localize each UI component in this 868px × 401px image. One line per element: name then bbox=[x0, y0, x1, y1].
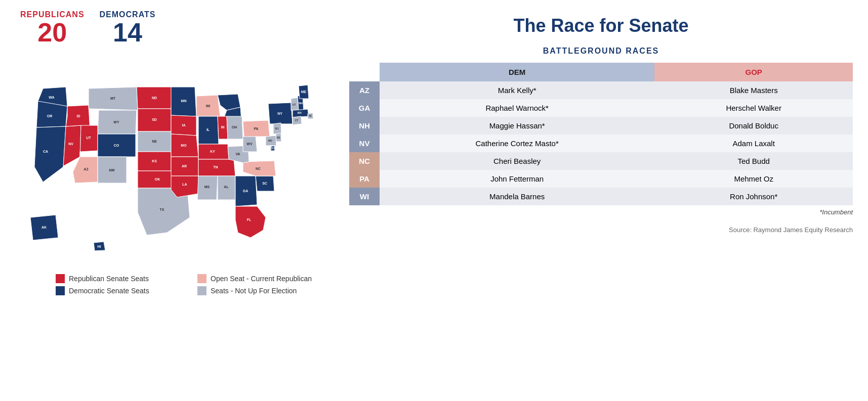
table-row: NV Catherine Cortez Masto* Adam Laxalt bbox=[349, 135, 853, 152]
battleground-title: BATTLEGROUND RACES bbox=[349, 47, 853, 56]
republican-legend-label: Republican Senate Seats bbox=[69, 275, 149, 283]
svg-marker-36 bbox=[171, 115, 196, 136]
democrat-legend-label: Democratic Senate Seats bbox=[69, 287, 149, 295]
gop-candidate: Herschel Walker bbox=[654, 99, 853, 117]
dem-candidate: Catherine Cortez Masto* bbox=[380, 135, 654, 152]
dem-col-header: DEM bbox=[380, 63, 654, 81]
svg-marker-97 bbox=[271, 146, 275, 151]
legend-open-republican: Open Seat - Current Republican bbox=[197, 274, 329, 283]
page-title: The Race for Senate bbox=[349, 15, 853, 36]
state-cell: NV bbox=[349, 135, 380, 152]
svg-marker-89 bbox=[293, 116, 302, 125]
gop-candidate: Adam Laxalt bbox=[654, 135, 853, 152]
state-cell: NH bbox=[349, 117, 380, 135]
svg-marker-14 bbox=[80, 125, 98, 157]
score-header: REPUBLICANS 20 DEMOCRATS 14 bbox=[15, 10, 329, 46]
gop-candidate: Mehmet Oz bbox=[654, 170, 853, 188]
dem-candidate: John Fetterman bbox=[380, 170, 654, 188]
state-col-header bbox=[349, 63, 380, 81]
svg-marker-24 bbox=[138, 109, 171, 131]
svg-marker-79 bbox=[291, 98, 299, 110]
state-cell: GA bbox=[349, 99, 380, 117]
svg-marker-85 bbox=[293, 109, 309, 117]
table-row: GA Raphael Warnock* Herschel Walker bbox=[349, 99, 853, 117]
svg-marker-16 bbox=[98, 134, 136, 157]
us-map: WA OR CA NV ID MT WY bbox=[15, 51, 319, 268]
svg-marker-61 bbox=[218, 176, 235, 200]
left-panel: REPUBLICANS 20 DEMOCRATS 14 WA OR bbox=[15, 10, 329, 391]
svg-marker-59 bbox=[197, 176, 218, 200]
svg-marker-34 bbox=[171, 87, 196, 116]
svg-marker-44 bbox=[196, 95, 220, 116]
svg-marker-18 bbox=[73, 157, 98, 183]
svg-marker-20 bbox=[98, 157, 127, 183]
state-cell: WI bbox=[349, 188, 380, 205]
gop-candidate: Blake Masters bbox=[654, 81, 853, 99]
svg-marker-73 bbox=[243, 136, 257, 152]
svg-marker-4 bbox=[34, 126, 66, 182]
gop-candidate: Donald Bolduc bbox=[654, 117, 853, 135]
svg-marker-67 bbox=[256, 176, 274, 191]
svg-marker-42 bbox=[171, 176, 201, 197]
source-note: Source: Raymond James Equity Research bbox=[349, 226, 853, 234]
gop-candidate: Ted Budd bbox=[654, 152, 853, 170]
svg-marker-83 bbox=[299, 85, 309, 99]
dem-candidate: Cheri Beasley bbox=[380, 152, 654, 170]
not-up-legend-label: Seats - Not Up For Election bbox=[211, 287, 297, 295]
legend-not-up: Seats - Not Up For Election bbox=[197, 286, 329, 295]
dem-candidate: Mark Kelly* bbox=[380, 81, 654, 99]
svg-marker-87 bbox=[308, 113, 313, 119]
svg-marker-65 bbox=[235, 206, 266, 238]
svg-marker-91 bbox=[273, 123, 281, 134]
open-republican-color-box bbox=[197, 274, 206, 283]
republican-score: REPUBLICANS 20 bbox=[20, 10, 85, 46]
table-row: WI Mandela Barnes Ron Johnson* bbox=[349, 188, 853, 205]
not-up-color-box bbox=[197, 286, 206, 295]
right-panel: The Race for Senate BATTLEGROUND RACES D… bbox=[329, 10, 853, 391]
democrat-color-box bbox=[56, 286, 65, 295]
incumbent-note: *Incumbent bbox=[349, 208, 853, 216]
svg-marker-57 bbox=[198, 159, 235, 176]
table-row: NC Cheri Beasley Ted Budd bbox=[349, 152, 853, 170]
svg-marker-26 bbox=[138, 131, 171, 152]
svg-marker-101 bbox=[94, 242, 105, 251]
state-cell: AZ bbox=[349, 81, 380, 99]
svg-marker-93 bbox=[276, 133, 281, 142]
svg-marker-75 bbox=[243, 120, 270, 137]
dem-candidate: Maggie Hassan* bbox=[380, 117, 654, 135]
svg-marker-95 bbox=[266, 136, 276, 146]
svg-marker-51 bbox=[218, 116, 228, 139]
table-row: AZ Mark Kelly* Blake Masters bbox=[349, 81, 853, 99]
legend-democrat: Democratic Senate Seats bbox=[56, 286, 187, 295]
battleground-table: DEM GOP AZ Mark Kelly* Blake Masters GA … bbox=[349, 63, 853, 205]
svg-marker-10 bbox=[89, 87, 138, 110]
dem-candidate: Mandela Barnes bbox=[380, 188, 654, 205]
svg-marker-69 bbox=[243, 161, 276, 176]
democrat-count: 14 bbox=[100, 19, 156, 46]
svg-marker-12 bbox=[98, 110, 137, 134]
state-cell: PA bbox=[349, 170, 380, 188]
svg-marker-55 bbox=[198, 144, 229, 159]
gop-candidate: Ron Johnson* bbox=[654, 188, 853, 205]
open-republican-legend-label: Open Seat - Current Republican bbox=[211, 275, 312, 283]
svg-marker-99 bbox=[30, 215, 58, 240]
svg-marker-53 bbox=[227, 116, 243, 139]
state-cell: NC bbox=[349, 152, 380, 170]
svg-marker-46 bbox=[198, 116, 219, 144]
legend-republican: Republican Senate Seats bbox=[56, 274, 187, 283]
republican-count: 20 bbox=[20, 19, 85, 46]
dem-candidate: Raphael Warnock* bbox=[380, 99, 654, 117]
map-legend: Republican Senate Seats Open Seat - Curr… bbox=[15, 274, 329, 295]
svg-marker-22 bbox=[137, 87, 172, 109]
table-row: NH Maggie Hassan* Donald Bolduc bbox=[349, 117, 853, 135]
svg-marker-40 bbox=[171, 157, 198, 176]
democrat-score: DEMOCRATS 14 bbox=[100, 10, 156, 46]
svg-marker-63 bbox=[235, 176, 257, 206]
svg-marker-28 bbox=[138, 152, 171, 171]
republican-color-box bbox=[56, 274, 65, 283]
svg-marker-77 bbox=[268, 103, 293, 124]
svg-marker-38 bbox=[171, 134, 198, 157]
table-row: PA John Fetterman Mehmet Oz bbox=[349, 170, 853, 188]
gop-col-header: GOP bbox=[654, 63, 853, 81]
